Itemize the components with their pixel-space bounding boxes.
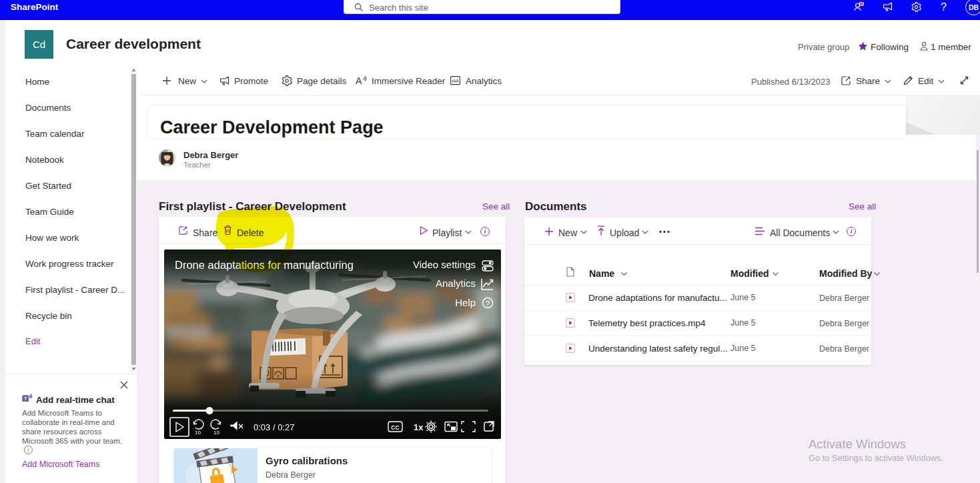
svg-text:A: A [356,75,362,86]
svg-text:10: 10 [213,430,219,436]
svg-text:Analytics: Analytics [436,278,476,289]
svg-text:?: ? [486,300,490,308]
svg-text:0:03 / 0:27: 0:03 / 0:27 [254,422,294,432]
svg-text:10: 10 [195,430,201,436]
svg-text:CC: CC [391,424,399,431]
svg-text:Help: Help [455,297,476,308]
svg-text:1x: 1x [414,422,424,432]
svg-text:T: T [24,396,27,402]
svg-text:Video settings: Video settings [413,259,476,270]
